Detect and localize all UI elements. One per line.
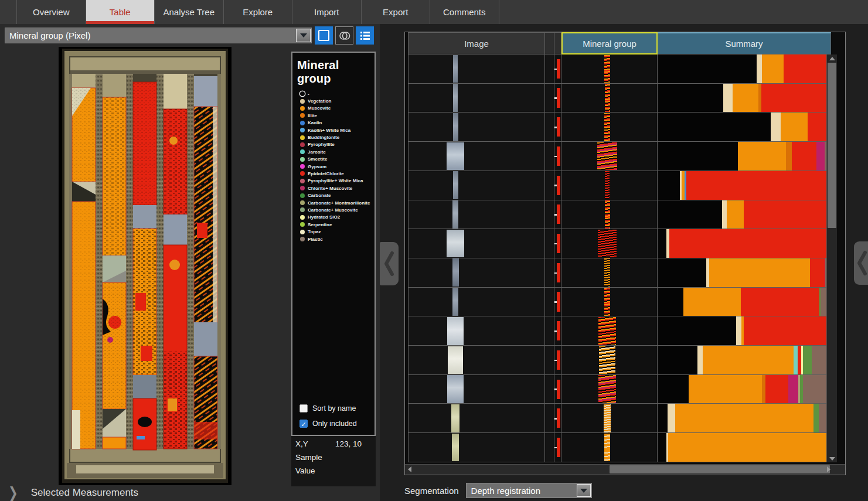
scroll-up-button[interactable] — [827, 54, 837, 62]
legend-item[interactable]: Buddingtonite — [300, 134, 375, 141]
table-row[interactable] — [408, 200, 836, 230]
scroll-left-button[interactable] — [405, 465, 414, 474]
table-row[interactable] — [408, 54, 836, 84]
table-row[interactable] — [408, 288, 836, 317]
depth-marker-cell[interactable] — [554, 200, 561, 229]
mineral-map-cell[interactable] — [561, 113, 658, 141]
mineral-map-cell[interactable] — [561, 258, 658, 287]
mineral-map-cell[interactable] — [561, 229, 658, 258]
mineral-map-cell[interactable] — [561, 142, 658, 171]
legend-item[interactable]: Hydrated SIO2 — [300, 214, 375, 221]
summary-bar[interactable] — [658, 433, 831, 462]
summary-bar[interactable] — [658, 346, 831, 374]
summary-bar[interactable] — [658, 316, 831, 345]
tab-export[interactable]: Export — [362, 0, 431, 24]
legend-item[interactable]: Jarosite — [300, 148, 375, 155]
segmentation-combobox[interactable]: Depth registration — [466, 483, 592, 498]
legend-item[interactable]: Chlorite+ Muscovite — [300, 185, 375, 192]
layer-select-combobox[interactable]: Mineral group (Pixel) — [5, 28, 312, 43]
mineral-map-cell[interactable] — [561, 84, 658, 113]
column-header-summary[interactable]: Summary — [658, 32, 831, 54]
summary-bar[interactable] — [658, 288, 831, 316]
column-header-narrow-2[interactable] — [554, 32, 561, 54]
summary-bar[interactable] — [658, 258, 831, 287]
table-row[interactable] — [408, 171, 836, 200]
depth-marker-cell[interactable] — [554, 433, 561, 462]
depth-marker-cell[interactable] — [554, 113, 561, 141]
core-image-cell[interactable] — [408, 171, 545, 200]
summary-bar[interactable] — [658, 54, 831, 83]
table-row[interactable] — [408, 113, 836, 142]
depth-marker-cell[interactable] — [554, 375, 561, 404]
tab-overview[interactable]: Overview — [16, 0, 86, 24]
depth-marker-cell[interactable] — [554, 346, 561, 374]
depth-marker-cell[interactable] — [554, 258, 561, 287]
summary-bar[interactable] — [658, 84, 831, 113]
mineral-map-cell[interactable] — [561, 288, 658, 316]
mineral-map-cell[interactable] — [561, 404, 658, 432]
legend-item[interactable]: Plastic — [300, 236, 375, 243]
mineral-map-cell[interactable] — [561, 54, 658, 83]
core-image-cell[interactable] — [408, 84, 545, 113]
depth-marker-cell[interactable] — [554, 142, 561, 171]
depth-marker-cell[interactable] — [554, 404, 561, 432]
horizontal-scrollbar-thumb[interactable] — [610, 465, 830, 473]
table-row[interactable] — [408, 404, 836, 433]
expand-chevron-icon[interactable]: ❯ — [8, 483, 18, 501]
column-header-mineral-group[interactable]: Mineral group — [561, 32, 658, 54]
column-header-image[interactable]: Image — [408, 32, 545, 54]
tab-table[interactable]: Table — [86, 0, 155, 24]
table-row[interactable] — [408, 433, 836, 462]
collapse-right-panel-handle[interactable] — [854, 241, 868, 285]
legend-item[interactable]: Topaz — [300, 228, 375, 235]
mineral-map-cell[interactable] — [561, 375, 658, 404]
vertical-scrollbar-thumb[interactable] — [828, 63, 836, 228]
legend-item[interactable]: Smectite — [300, 156, 375, 163]
legend-item[interactable]: Carbonate+ Montmorillonite — [300, 199, 375, 206]
core-image-cell[interactable] — [408, 316, 545, 345]
core-image-cell[interactable] — [408, 142, 545, 171]
legend-item[interactable]: Pyrophyllite — [300, 141, 375, 148]
table-row[interactable] — [408, 229, 836, 258]
depth-marker-cell[interactable] — [554, 84, 561, 113]
depth-marker-cell[interactable] — [554, 288, 561, 316]
tab-analyse-tree[interactable]: Analyse Tree — [155, 0, 224, 24]
combobox-dropdown-button[interactable] — [296, 29, 311, 42]
table-row[interactable] — [408, 258, 836, 288]
checkbox-unchecked-icon[interactable] — [299, 404, 308, 413]
core-image-cell[interactable] — [408, 113, 545, 141]
segmentation-dropdown-button[interactable] — [577, 484, 591, 497]
legend-item[interactable]: Vegetation — [300, 97, 375, 104]
summary-bar[interactable] — [658, 113, 831, 141]
tab-import[interactable]: Import — [292, 0, 362, 24]
column-header-narrow-1[interactable] — [545, 32, 554, 54]
legend-item[interactable]: Kaolin+ White Mica — [300, 127, 375, 134]
table-row[interactable] — [408, 346, 836, 375]
core-image-cell[interactable] — [408, 54, 545, 83]
legend-item[interactable]: Serpentine — [300, 221, 375, 228]
summary-bar[interactable] — [658, 200, 831, 229]
mineral-map-cell[interactable] — [561, 200, 658, 229]
core-tray-image[interactable] — [59, 47, 232, 485]
depth-marker-cell[interactable] — [554, 229, 561, 258]
summary-bar[interactable] — [658, 171, 831, 200]
core-image-cell[interactable] — [408, 346, 545, 374]
scroll-right-button[interactable] — [824, 465, 833, 474]
legend-item[interactable]: Illite — [300, 112, 375, 119]
mineral-map-cell[interactable] — [561, 433, 658, 462]
depth-marker-cell[interactable] — [554, 54, 561, 83]
core-image-cell[interactable] — [408, 258, 545, 287]
core-image-cell[interactable] — [408, 433, 545, 462]
core-image-cell[interactable] — [408, 404, 545, 432]
legend-item[interactable]: Pyrophyllite+ White Mica — [300, 178, 375, 185]
legend-item[interactable]: Carbonate — [300, 192, 375, 199]
legend-item[interactable]: Epidote/Chlorite — [300, 170, 375, 177]
scroll-down-button[interactable] — [827, 455, 837, 462]
summary-bar[interactable] — [658, 229, 831, 258]
only-included-checkbox-row[interactable]: ✓ Only included — [299, 420, 375, 428]
depth-marker-cell[interactable] — [554, 171, 561, 200]
selection-rectangle-button[interactable] — [315, 26, 333, 45]
legend-item[interactable]: - — [300, 90, 375, 97]
legend-item[interactable]: Kaolin — [300, 120, 375, 127]
vertical-scrollbar[interactable] — [826, 54, 837, 462]
